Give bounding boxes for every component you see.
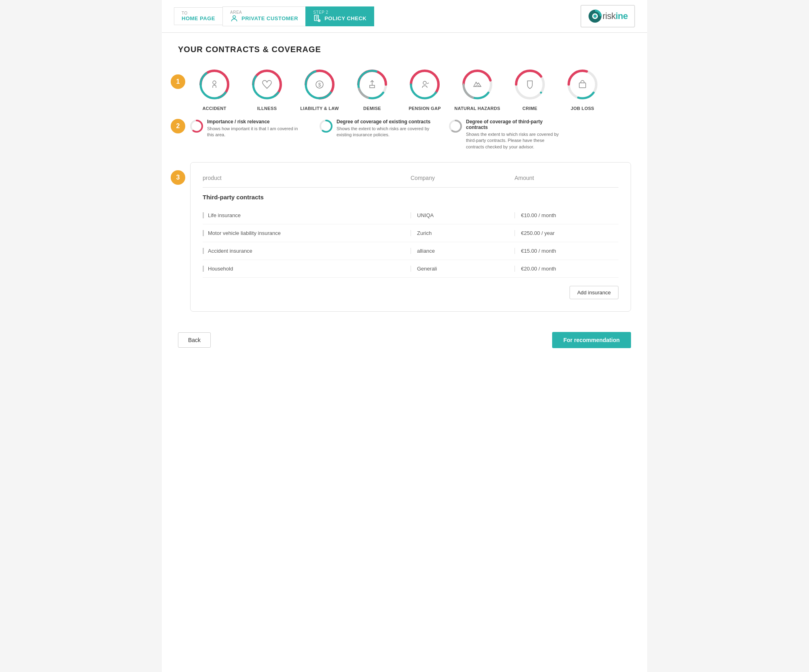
svg-rect-39 [579,83,586,88]
cell-amount-1: €250.00 / year [515,230,618,236]
ring-svg-illness [249,66,285,103]
cell-amount-2: €15.00 / month [515,248,618,254]
svg-text:$: $ [318,82,321,88]
legend-section: 2 Importance / risk relevance Shows how … [178,119,631,150]
circle-natural: NATURAL HAZARDS [453,66,502,111]
circle-label-jobloss: JOB LOSS [571,106,594,111]
circle-ring-demise[interactable] [354,66,390,103]
circle-ring-illness[interactable] [249,66,285,103]
logo-icon [588,9,602,23]
circle-accident: ACCIDENT [190,66,239,111]
circle-label-accident: ACCIDENT [202,106,226,111]
cell-amount-0: €10.00 / month [515,212,618,218]
cell-amount-3: €20.00 / month [515,266,618,272]
step1-number: 1 [171,74,185,89]
table-header-row: product Company Amount [203,171,618,188]
ring-svg-accident [196,66,233,103]
cell-company-1: Zurich [411,230,515,236]
circle-ring-pension[interactable] [407,66,443,103]
circle-demise: DEMISE [348,66,396,111]
cell-company-2: alliance [411,248,515,254]
cell-product-0: Life insurance [203,212,411,218]
main-content: YOUR CONTRACTS & COVERAGE 1 [162,33,647,324]
circle-ring-jobloss[interactable] [564,66,601,103]
nav-policy-top: STEP 2 [313,10,366,15]
ring-svg-liability: $ [301,66,338,103]
circle-illness: ILLNESS [243,66,291,111]
legend-text-importance: Importance / risk relevance Shows how im… [207,119,303,138]
legend-importance: Importance / risk relevance Shows how im… [190,119,303,138]
table-row: Accident insurance alliance €15.00 / mon… [203,242,618,260]
header: TO HOME PAGE AREA PRIVATE CUSTOMER STEP … [162,0,647,33]
col-company: Company [411,175,515,181]
circle-crime: CRIME [506,66,554,111]
circle-label-pension: PENSION GAP [409,106,441,111]
ring-svg-jobloss [564,66,601,103]
table-section: 3 product Company Amount Third-party con… [178,162,631,312]
nav-area[interactable]: AREA PRIVATE CUSTOMER [222,6,305,26]
section-title: Third-party contracts [203,194,618,201]
logo-text: riskine [602,11,628,21]
svg-point-0 [233,15,236,18]
cell-product-1: Motor vehicle liability insurance [203,230,411,236]
table-row: Motor vehicle liability insurance Zurich… [203,224,618,242]
circle-label-liability: LIABILITY & LAW [300,106,339,111]
nav-home-top: TO [182,11,215,15]
circle-ring-natural[interactable] [459,66,496,103]
circle-pension: PENSION GAP [400,66,449,111]
svg-rect-23 [370,85,375,88]
page-title: YOUR CONTRACTS & COVERAGE [178,45,631,54]
circle-ring-liability[interactable]: $ [301,66,338,103]
legend-arc-third_party [449,120,462,134]
table-row: Household Generali €20.00 / month [203,260,618,278]
legend-row: Importance / risk relevance Shows how im… [190,119,631,150]
cell-company-3: Generali [411,266,515,272]
logo: riskine [580,5,635,27]
ring-svg-pension [407,66,443,103]
person-icon [230,15,238,23]
nav-area-top: AREA [230,10,298,15]
page-wrapper: TO HOME PAGE AREA PRIVATE CUSTOMER STEP … [162,0,647,672]
cell-company-0: UNIQA [411,212,515,218]
circle-ring-accident[interactable] [196,66,233,103]
header-nav: TO HOME PAGE AREA PRIVATE CUSTOMER STEP … [174,6,374,26]
ring-svg-crime [512,66,548,103]
step2-number: 2 [171,119,185,133]
circles-row: ACCIDENT ILLNESS [190,66,631,111]
legend-third_party: Degree of coverage of third-party contra… [449,119,562,150]
add-insurance-button[interactable]: Add insurance [570,286,618,299]
circle-ring-crime[interactable] [512,66,548,103]
svg-point-27 [423,81,426,85]
circle-liability: $ LIABILITY & LAW [295,66,344,111]
step3-number: 3 [171,170,185,185]
nav-area-main: PRIVATE CUSTOMER [241,15,298,21]
nav-home-main: HOME PAGE [182,15,215,21]
recommendation-button[interactable]: For recommendation [552,332,631,348]
circle-label-illness: ILLNESS [257,106,277,111]
table-rows: Life insurance UNIQA €10.00 / month Moto… [203,207,618,278]
ring-svg-demise [354,66,390,103]
legend-coverage: Degree of coverage of existing contracts… [320,119,433,138]
legend-text-third_party: Degree of coverage of third-party contra… [466,119,562,150]
col-product: product [203,175,411,181]
legend-arc-coverage [320,120,332,134]
circle-label-demise: DEMISE [363,106,381,111]
policy-icon [313,15,321,23]
nav-home[interactable]: TO HOME PAGE [174,7,222,25]
col-amount: Amount [515,175,618,181]
nav-policy[interactable]: STEP 2 POLICY CHECK [305,6,374,26]
table-row: Life insurance UNIQA €10.00 / month [203,207,618,224]
cell-product-3: Household [203,266,411,272]
svg-point-5 [593,15,597,18]
circle-label-natural: NATURAL HAZARDS [454,106,500,111]
legend-text-coverage: Degree of coverage of existing contracts… [337,119,433,138]
svg-line-28 [427,83,429,84]
back-button[interactable]: Back [178,332,211,348]
ring-svg-natural [459,66,496,103]
legend-arc-importance [190,120,203,134]
circle-jobloss: JOB LOSS [558,66,607,111]
svg-point-9 [213,81,216,84]
circle-label-crime: CRIME [523,106,538,111]
coverage-section: 1 ACCIDEN [178,66,631,111]
table-card: product Company Amount Third-party contr… [190,162,631,312]
